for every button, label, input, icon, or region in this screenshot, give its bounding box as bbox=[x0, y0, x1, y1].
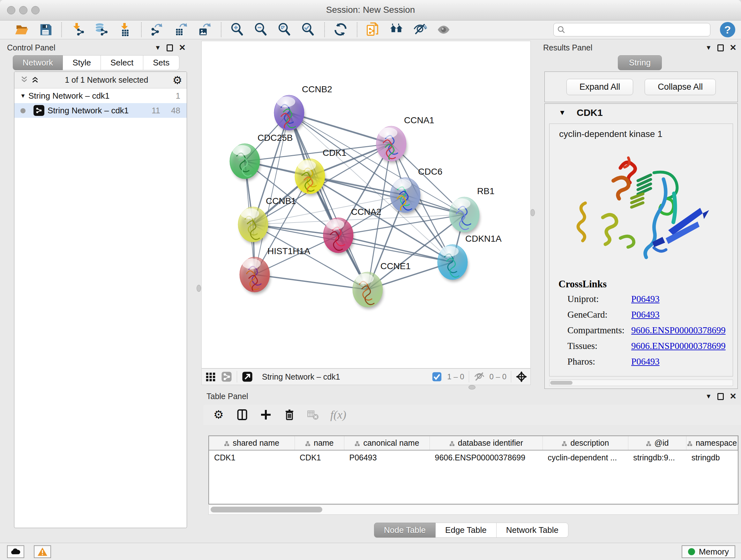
birds-eye-view-icon[interactable] bbox=[516, 371, 527, 382]
zoom-fit-icon[interactable] bbox=[277, 22, 292, 37]
cloud-status-button[interactable] bbox=[7, 545, 24, 558]
column-header-description[interactable]: description bbox=[542, 436, 628, 450]
tab-select[interactable]: Select bbox=[101, 55, 143, 70]
zoom-selected-icon[interactable] bbox=[300, 22, 316, 37]
column-header-shared-name[interactable]: shared name bbox=[209, 436, 294, 450]
crosslink-link[interactable]: 9606.ENSP00000378699 bbox=[631, 325, 726, 335]
export-image-icon[interactable] bbox=[197, 22, 212, 37]
toolbar-groups bbox=[6, 22, 460, 37]
crosslink-link[interactable]: P06493 bbox=[631, 356, 660, 367]
results-hscrollbar[interactable] bbox=[549, 380, 733, 386]
right-splitter-handle[interactable] bbox=[530, 209, 535, 216]
tab-network[interactable]: Network bbox=[13, 55, 63, 70]
import-network-file-icon[interactable] bbox=[70, 22, 85, 37]
edge-CCNA2-CDKN1A[interactable] bbox=[338, 235, 453, 262]
tree-options-gear-icon[interactable]: ⚙ bbox=[173, 75, 182, 85]
edge-HIST1H1A-CCNE1[interactable] bbox=[255, 274, 367, 290]
tab-network-table[interactable]: Network Table bbox=[496, 523, 568, 538]
save-session-icon[interactable] bbox=[38, 22, 53, 37]
grid-view-icon[interactable] bbox=[205, 371, 216, 382]
edge-CCNB2-CCNE1[interactable] bbox=[289, 113, 367, 290]
node-CCNA2[interactable]: CCNA2 bbox=[323, 207, 381, 255]
tab-edge-table[interactable]: Edge Table bbox=[435, 523, 496, 538]
delete-table-icon bbox=[307, 408, 320, 421]
export-table-icon[interactable] bbox=[174, 22, 189, 37]
collection-expander-icon[interactable]: ▼ bbox=[17, 92, 28, 99]
expand-all-button[interactable]: Expand All bbox=[566, 79, 633, 95]
delete-column-icon[interactable] bbox=[283, 408, 296, 421]
import-table-file-icon[interactable] bbox=[118, 22, 133, 37]
network-graph[interactable]: CCNB2 CCNA1 CDC25B CDK1 CDC6 RB1 CCNB1 bbox=[202, 41, 530, 368]
node-label-CCNE1: CCNE1 bbox=[381, 261, 411, 271]
node-HIST1H1A[interactable]: HIST1H1A bbox=[240, 246, 310, 294]
column-header-database-identifier[interactable]: database identifier bbox=[430, 436, 543, 450]
selected-checkbox-icon[interactable] bbox=[431, 371, 443, 382]
bottom-splitter-handle[interactable] bbox=[468, 385, 475, 389]
duplicate-network-icon[interactable] bbox=[366, 22, 381, 37]
float-panel-icon[interactable]: ▼ bbox=[154, 44, 161, 51]
memory-button[interactable]: Memory bbox=[682, 545, 735, 558]
expand-all-tree-icon[interactable] bbox=[19, 75, 30, 85]
node-CCNA1[interactable]: CCNA1 bbox=[376, 115, 434, 163]
crosslink-link[interactable]: 9606.ENSP00000378699 bbox=[631, 341, 726, 351]
node-CCNE1[interactable]: CCNE1 bbox=[353, 261, 411, 309]
node-CCNB2[interactable]: CCNB2 bbox=[274, 84, 332, 132]
column-header-namespace[interactable]: namespace bbox=[686, 436, 738, 450]
crosslink-link[interactable]: P06493 bbox=[631, 309, 660, 320]
show-all-icon[interactable] bbox=[436, 22, 452, 37]
node-CCNB1[interactable]: CCNB1 bbox=[238, 196, 296, 244]
zoom-in-icon[interactable] bbox=[230, 22, 245, 37]
open-session-icon[interactable] bbox=[14, 22, 29, 37]
hidden-eye-icon[interactable] bbox=[474, 371, 485, 382]
collapse-all-tree-icon[interactable] bbox=[30, 75, 41, 85]
first-neighbors-icon[interactable] bbox=[389, 22, 405, 37]
create-column-icon[interactable] bbox=[259, 408, 272, 421]
refresh-icon[interactable] bbox=[333, 22, 348, 37]
table-row[interactable]: CDK1CDK1P064939606.ENSP00000378699cyclin… bbox=[209, 450, 738, 465]
crosslink-link[interactable]: P06493 bbox=[631, 294, 660, 304]
detach-view-icon[interactable] bbox=[242, 371, 253, 382]
maximize-table-icon[interactable] bbox=[718, 393, 724, 400]
table-hscroll-thumb[interactable] bbox=[211, 507, 322, 512]
maximize-panel-icon[interactable] bbox=[166, 44, 173, 51]
tab-node-table[interactable]: Node Table bbox=[374, 523, 435, 538]
memory-status-dot bbox=[688, 548, 695, 555]
network-collection-row[interactable]: ▼ String Network – cdk1 1 bbox=[14, 88, 187, 103]
float-results-icon[interactable]: ▼ bbox=[705, 44, 712, 51]
tab-style[interactable]: Style bbox=[63, 55, 101, 70]
export-network-icon[interactable] bbox=[150, 22, 165, 37]
node-RB1[interactable]: RB1 bbox=[449, 186, 494, 234]
application-window: Session: New Session ? Control Panel ▼ ✕… bbox=[0, 0, 741, 560]
results-panel-title: Results Panel bbox=[543, 43, 592, 52]
column-header-canonical-name[interactable]: canonical name bbox=[344, 436, 429, 450]
column-header-name[interactable]: name bbox=[294, 436, 344, 450]
node-CDKN1A[interactable]: CDKN1A bbox=[437, 234, 502, 282]
tab-sets[interactable]: Sets bbox=[143, 55, 179, 70]
collapse-all-button[interactable]: Collapse All bbox=[645, 79, 716, 95]
search-input[interactable] bbox=[553, 23, 711, 37]
network-canvas[interactable]: CCNB2 CCNA1 CDC25B CDK1 CDC6 RB1 CCNB1 bbox=[201, 41, 531, 368]
import-network-database-icon[interactable] bbox=[94, 22, 109, 37]
results-hscroll-thumb[interactable] bbox=[550, 381, 572, 385]
help-button[interactable]: ? bbox=[720, 22, 735, 37]
table-hscrollbar[interactable] bbox=[208, 505, 738, 515]
collection-label: String Network – cdk1 bbox=[28, 91, 110, 101]
close-panel-icon[interactable]: ✕ bbox=[179, 43, 186, 53]
close-table-icon[interactable]: ✕ bbox=[730, 391, 737, 401]
tab-string[interactable]: String bbox=[618, 55, 662, 70]
results-actions-card: Expand All Collapse All bbox=[544, 71, 738, 102]
show-columns-icon[interactable] bbox=[236, 408, 249, 421]
close-results-icon[interactable]: ✕ bbox=[730, 43, 737, 53]
gene-expander-icon[interactable]: ▼ bbox=[548, 109, 577, 117]
zoom-out-icon[interactable] bbox=[253, 22, 269, 37]
hide-selected-icon[interactable] bbox=[413, 22, 428, 37]
network-row[interactable]: String Network – cdk1 11 48 bbox=[14, 103, 187, 118]
left-splitter-handle[interactable] bbox=[197, 285, 201, 292]
network-view-icon[interactable] bbox=[221, 371, 232, 382]
hidden-node-edge-count: 0 – 0 bbox=[489, 372, 507, 381]
warning-status-button[interactable] bbox=[34, 545, 51, 558]
maximize-results-icon[interactable] bbox=[718, 44, 724, 51]
table-options-gear-icon[interactable]: ⚙ bbox=[212, 408, 225, 421]
column-header-@id[interactable]: @id bbox=[628, 436, 686, 450]
float-table-icon[interactable]: ▼ bbox=[705, 393, 712, 400]
